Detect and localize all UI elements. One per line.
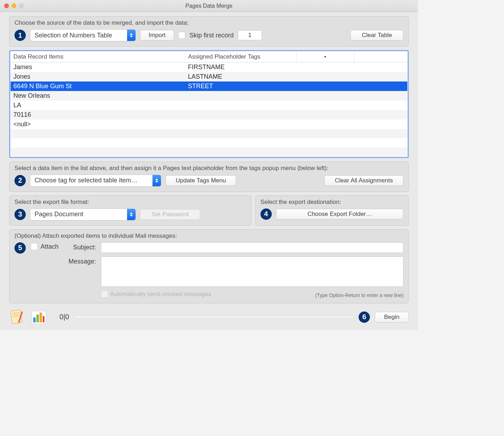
section-source-label: Choose the source of the data to be merg… [14, 19, 403, 26]
section-tags: Select a data item in the list above, an… [9, 162, 409, 192]
source-select[interactable]: Selection of Numbers Table [30, 29, 136, 41]
app-window: Pages Data Merge Choose the source of th… [0, 0, 418, 330]
table-row[interactable]: <null> [11, 120, 407, 129]
step-badge-6: 6 [359, 311, 370, 323]
titlebar: Pages Data Merge [0, 0, 418, 12]
section-source: Choose the source of the data to be merg… [9, 16, 409, 47]
header-items[interactable]: Data Record Items [13, 53, 64, 60]
record-index-field[interactable]: 1 [238, 30, 262, 40]
table-row[interactable]: 70116 [11, 110, 407, 120]
auto-send-checkbox [101, 291, 108, 298]
svg-rect-6 [33, 317, 36, 322]
table-row[interactable]: New Orleans [11, 91, 407, 101]
section-export-format: Select the export file format: 3 Pages D… [9, 195, 252, 226]
table-row[interactable]: 6649 N Blue Gum StSTREET [11, 81, 407, 91]
cell-item: LA [11, 101, 185, 110]
skip-first-checkbox[interactable] [178, 32, 185, 39]
cell-item: Jones [11, 72, 185, 81]
step-badge-5: 5 [14, 242, 26, 254]
footer: 0|0 6 Begin [9, 307, 409, 325]
clear-table-button[interactable]: Clear Table [350, 30, 403, 41]
section-export-destination-label: Select the export destionation: [260, 199, 403, 206]
close-icon[interactable] [4, 4, 9, 8]
section-export-destination: Select the export destionation: 4 Choose… [255, 195, 409, 226]
table-row [11, 129, 407, 138]
message-field[interactable] [101, 256, 403, 287]
attach-label: Attach [41, 243, 59, 250]
subject-field[interactable] [101, 242, 403, 253]
section-export-format-label: Select the export file format: [14, 199, 246, 206]
import-button[interactable]: Import [140, 30, 174, 41]
cell-tag [185, 91, 296, 101]
progress-count: 0|0 [52, 313, 69, 321]
cell-tag [185, 120, 296, 129]
svg-rect-8 [40, 313, 42, 322]
step-badge-2: 2 [14, 175, 26, 186]
table-row[interactable]: JamesFIRSTNAME [11, 62, 407, 72]
cell-item: 6649 N Blue Gum St [11, 81, 185, 91]
header-tags[interactable]: Assigned Placeholder Tags [188, 53, 260, 60]
window-title: Pages Data Merge [0, 3, 418, 9]
cell-item: James [11, 62, 185, 72]
auto-send-label: Automatically send created messages [110, 291, 211, 298]
begin-button[interactable]: Begin [375, 312, 409, 322]
chevron-up-down-icon [127, 30, 136, 41]
update-tags-button[interactable]: Update Tags Menu [166, 175, 236, 186]
choose-export-folder-button[interactable]: Choose Export Folder… [276, 209, 403, 219]
step-badge-1: 1 [14, 30, 26, 41]
cell-tag: FIRSTNAME [185, 62, 296, 72]
svg-rect-9 [43, 316, 44, 322]
cell-tag [185, 101, 296, 110]
table-header-row: Data Record Items Assigned Placeholder T… [11, 52, 407, 62]
cell-tag: LASTNAME [185, 72, 296, 81]
hint-text: (Type Option-Return to enter a new line) [315, 290, 403, 298]
numbers-app-icon[interactable] [30, 309, 47, 325]
tag-select[interactable]: Choose tag for selected table item… [30, 175, 161, 187]
section-tags-label: Select a data item in the list above, an… [14, 165, 403, 172]
source-select-value: Selection of Numbers Table [35, 32, 112, 39]
attach-checkbox[interactable] [31, 243, 38, 250]
table-row [11, 138, 407, 147]
cell-item: <null> [11, 120, 185, 129]
svg-rect-7 [36, 315, 39, 322]
table-row [11, 147, 407, 157]
pages-app-icon[interactable] [9, 309, 25, 325]
zoom-icon [19, 4, 24, 8]
format-select[interactable]: Pages Document [30, 208, 136, 220]
step-badge-3: 3 [14, 209, 26, 220]
data-table[interactable]: Data Record Items Assigned Placeholder T… [9, 50, 409, 158]
chevron-up-down-icon [152, 175, 161, 186]
progress-bar [74, 316, 354, 319]
skip-first-label: Skip first record [190, 32, 234, 39]
window-controls [0, 4, 24, 8]
minimize-icon[interactable] [12, 4, 16, 8]
message-label: Message: [64, 256, 96, 265]
subject-label: Subject: [64, 242, 96, 251]
format-select-value: Pages Document [35, 211, 83, 218]
section-mail-label: (Optional) Attach exported items to indi… [14, 232, 403, 240]
cell-tag [185, 110, 296, 120]
table-row[interactable]: LA [11, 101, 407, 110]
clear-assignments-button[interactable]: Clear All Assignments [324, 175, 403, 186]
set-password-button: Set Password [140, 209, 200, 220]
cell-item: New Orleans [11, 91, 185, 101]
step-badge-4: 4 [260, 208, 272, 220]
tag-select-value: Choose tag for selected table item… [35, 177, 137, 184]
chevron-up-down-icon [127, 209, 136, 220]
cell-item: 70116 [11, 110, 185, 120]
table-row[interactable]: JonesLASTNAME [11, 72, 407, 81]
section-mail: (Optional) Attach exported items to indi… [9, 229, 409, 303]
header-dot[interactable]: • [324, 53, 326, 60]
cell-tag: STREET [185, 81, 296, 91]
